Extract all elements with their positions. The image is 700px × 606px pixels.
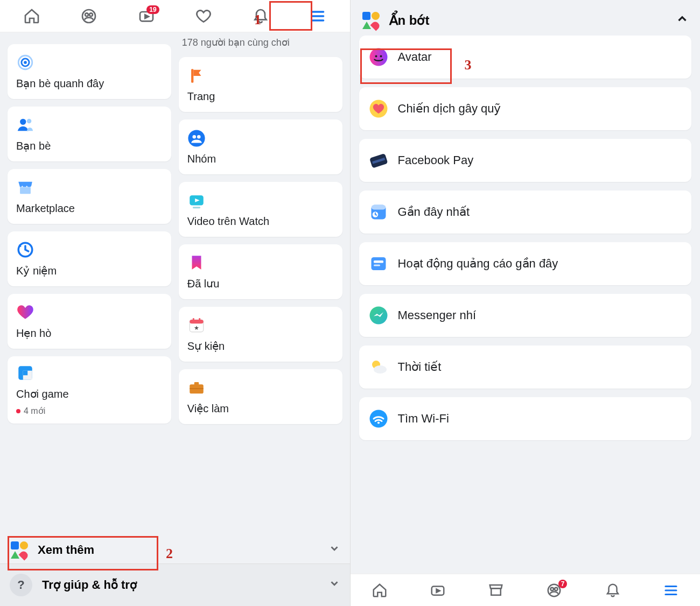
item-label: Hoạt động quảng cáo gần đây (398, 257, 558, 271)
nav-menu-icon[interactable] (306, 4, 330, 28)
card-groups[interactable]: Nhóm (179, 119, 342, 174)
card-pages[interactable]: Trang (179, 57, 342, 112)
help-question-icon: ? (10, 574, 32, 596)
svg-point-46 (369, 410, 387, 428)
watch-video-icon (187, 192, 206, 210)
facebook-pay-icon (369, 151, 388, 170)
see-more-row[interactable]: Xem thêm (0, 533, 350, 567)
item-recent-ads[interactable]: Hoạt động quảng cáo gần đây (359, 242, 692, 285)
item-most-recent[interactable]: Gần đây nhất (359, 191, 692, 234)
nav-menu-icon[interactable] (659, 579, 683, 602)
nav-marketplace-icon[interactable] (484, 579, 508, 602)
card-label: Bạn bè (16, 139, 163, 152)
most-recent-icon (369, 202, 388, 222)
svg-point-18 (188, 130, 205, 146)
card-marketplace[interactable]: Marketplace (8, 169, 171, 224)
svg-rect-30 (190, 388, 204, 389)
card-events[interactable]: ★ Sự kiện (179, 307, 342, 362)
item-fundraisers[interactable]: Chiến dịch gây quỹ (359, 87, 692, 130)
card-label: Trang (187, 90, 334, 103)
nav-groups-icon[interactable]: 7 (542, 579, 566, 602)
friends-icon (16, 116, 34, 134)
help-support-row[interactable]: ? Trợ giúp & hỗ trợ (0, 563, 350, 606)
svg-point-25 (192, 318, 194, 320)
marketplace-icon (16, 179, 34, 197)
nav-groups-icon[interactable] (77, 4, 101, 28)
svg-rect-49 (491, 588, 501, 595)
card-saved[interactable]: Đã lưu (179, 244, 342, 299)
card-memories[interactable]: Kỷ niệm (8, 231, 171, 286)
chevron-up-icon (675, 12, 689, 29)
card-gaming[interactable]: Chơi game 4 mới (8, 356, 171, 424)
card-label: Đã lưu (187, 277, 334, 290)
svg-rect-24 (190, 320, 204, 323)
phone-left-menu: 19 1 Bạn bè quanh đây (0, 0, 351, 606)
item-label: Messenger nhí (398, 308, 477, 322)
chevron-down-icon (328, 577, 340, 593)
nav-dating-icon[interactable] (192, 4, 215, 28)
top-nav: 19 (0, 0, 350, 32)
card-dating[interactable]: Hẹn hò (8, 294, 171, 349)
item-messenger-kids[interactable]: Messenger nhí (359, 294, 692, 337)
nav-home-icon[interactable] (20, 4, 44, 28)
avatar-icon (369, 47, 388, 67)
chevron-down-icon (328, 542, 340, 558)
fundraisers-icon (369, 99, 388, 118)
wifi-icon (369, 409, 388, 428)
item-find-wifi[interactable]: Tìm Wi-Fi (359, 397, 692, 440)
item-weather[interactable]: Thời tiết (359, 346, 692, 389)
shapes-icon (361, 11, 381, 30)
card-label: Nhóm (187, 153, 334, 165)
card-label: Kỷ niệm (16, 264, 163, 277)
nav-notifications-icon[interactable] (601, 579, 625, 602)
card-label: Sự kiện (187, 340, 334, 353)
nav-home-icon[interactable] (368, 579, 391, 602)
svg-rect-22 (193, 207, 200, 208)
card-label: Hẹn hò (16, 327, 163, 340)
new-dot-icon (16, 409, 20, 413)
card-label: Chơi game (16, 387, 163, 400)
item-label: Avatar (398, 50, 432, 64)
svg-rect-17 (191, 69, 193, 83)
svg-rect-16 (23, 371, 28, 376)
svg-rect-40 (371, 257, 386, 270)
svg-point-11 (27, 119, 32, 124)
card-jobs[interactable]: Việc làm (179, 369, 342, 424)
svg-point-10 (20, 119, 26, 125)
groups-people-icon (187, 129, 206, 147)
nav-notifications-icon[interactable] (249, 4, 272, 28)
card-friends[interactable]: Bạn bè (8, 107, 171, 161)
watch-badge: 19 (146, 5, 159, 14)
card-nearby-friends[interactable]: Bạn bè quanh đây (8, 44, 171, 99)
nav-watch-icon[interactable] (426, 579, 450, 602)
gaming-icon (16, 364, 34, 382)
card-watch-video[interactable]: Video trên Watch (179, 182, 342, 237)
svg-point-32 (375, 55, 377, 58)
groups-badge: 7 (558, 580, 568, 588)
recent-ads-icon (369, 254, 388, 273)
see-more-label: Xem thêm (38, 543, 94, 557)
jobs-briefcase-icon (187, 378, 206, 397)
svg-point-20 (197, 135, 201, 138)
svg-point-8 (24, 61, 27, 64)
nav-watch-icon[interactable]: 19 (135, 4, 158, 28)
bottom-nav: 7 (351, 574, 701, 606)
card-label: Video trên Watch (187, 215, 334, 228)
item-label: Thời tiết (398, 360, 442, 374)
svg-point-47 (377, 421, 379, 424)
item-facebook-pay[interactable]: Facebook Pay (359, 139, 692, 182)
memories-icon (16, 241, 34, 259)
svg-point-2 (89, 13, 93, 16)
svg-point-0 (82, 10, 95, 23)
saved-bookmark-icon (187, 253, 206, 272)
item-avatar[interactable]: Avatar (359, 36, 692, 79)
svg-point-31 (369, 48, 387, 66)
dating-heart-icon (16, 303, 34, 321)
hide-less-header[interactable]: Ẩn bớt (351, 0, 701, 36)
item-label: Facebook Pay (398, 153, 474, 167)
item-label: Chiến dịch gây quỹ (398, 102, 501, 116)
svg-rect-41 (374, 260, 383, 263)
phone-right-hidden-list: Ẩn bớt Avatar Chiến dịch gây quỹ Faceboo… (351, 0, 701, 606)
svg-rect-38 (371, 205, 386, 210)
pages-flag-icon (187, 67, 206, 85)
